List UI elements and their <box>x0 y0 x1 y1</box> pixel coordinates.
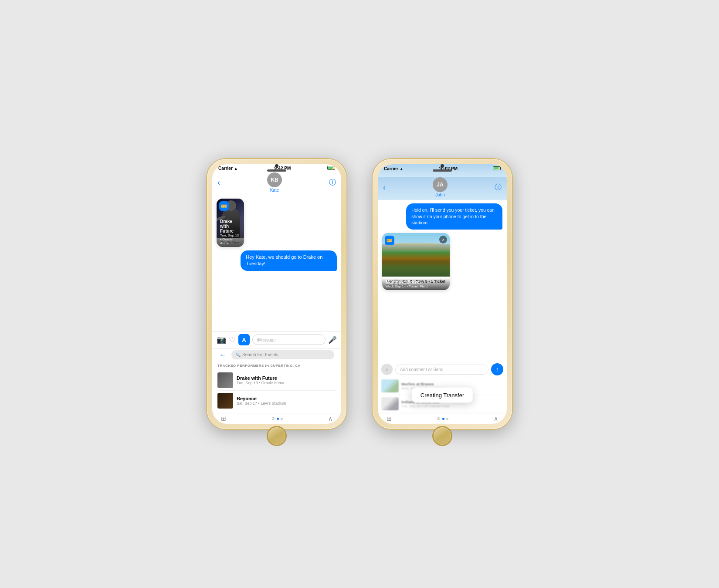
chevron-up-2[interactable]: ∧ <box>494 415 498 422</box>
performer-item-2[interactable]: Beyonce Sat, Sep 17 • Levi's Stadium <box>217 391 336 411</box>
drake-thumb <box>217 372 233 388</box>
braves-card-overlay: Marlins at Braves Wed, Sep 14 • Turner F… <box>382 278 450 290</box>
tracked-section-1: TRACKED PERFORMERS IN CUPERTINO, CA Drak… <box>212 361 341 413</box>
card-app-icon-2: 🎫 <box>385 236 394 245</box>
appstore-icon-1[interactable]: A <box>238 334 250 345</box>
incoming-ticket-wrap: 🎫 × Marlins at Braves Wed, Sep 14 • Turn… <box>382 233 502 290</box>
home-button-area-1 <box>212 424 341 446</box>
phone-top-1 <box>267 156 286 172</box>
bottom-list-area: Marlins at Braves Wed, Sep 13 • Turner F… <box>378 377 507 413</box>
back-button-1[interactable]: ‹ <box>217 178 220 187</box>
ticket-card-braves[interactable]: 🎫 × Marlins at Braves Wed, Sep 14 • Turn… <box>382 233 450 290</box>
beyonce-sub: Sat, Sep 17 • Levi's Stadium <box>237 401 286 406</box>
dot-inactive-1 <box>281 418 283 420</box>
dots-area-2: ⊙ <box>437 416 448 421</box>
clock-icon-1: ⊙ <box>271 416 275 421</box>
beyonce-name: Beyonce <box>237 396 286 401</box>
phone-inner-2: Carrier ▲ 10:02 PM ⚡ <box>378 164 507 424</box>
messages-area-1: 🎫 Drake with Future Tue, Sep 13 • Oracle… <box>212 195 341 331</box>
dot-inactive-2 <box>446 418 448 420</box>
beyonce-info: Beyonce Sat, Sep 17 • Levi's Stadium <box>237 396 286 406</box>
beyonce-thumb <box>217 393 233 409</box>
outgoing-msg-wrap-1: Hey Kate, we should go to Drake on Tuesd… <box>217 250 337 271</box>
messages-area-2: Hold on, I'll send you your ticket, you … <box>378 200 507 362</box>
drake-event-title: Drake with Future <box>220 219 241 233</box>
grid-icon-2[interactable]: ⊞ <box>387 415 392 422</box>
expand-btn-2[interactable]: › <box>381 364 393 375</box>
page-wrapper: Carrier ▲ 9:42 PM ⚡ ‹ <box>207 159 512 429</box>
event-card-drake[interactable]: 🎫 Drake with Future Tue, Sep 13 • Oracle… <box>217 199 244 247</box>
outgoing-bubble-2: Hold on, I'll send you your ticket, you … <box>406 203 502 230</box>
tracked-label-1: TRACKED PERFORMERS IN CUPERTINO, CA <box>217 364 336 368</box>
app-back-1[interactable]: ← <box>219 351 226 359</box>
send-button-2[interactable]: ↑ <box>491 363 503 375</box>
braves-event-sub: Wed, Sep 14 • Turner Field <box>386 284 446 288</box>
dots-area-1: ⊙ <box>271 416 283 421</box>
chevron-up-1[interactable]: ∧ <box>328 415 332 422</box>
battery-icon-1: ⚡ <box>327 166 335 171</box>
bottom-icons-bar-2: ⊞ ⊙ ∧ <box>378 413 507 424</box>
home-button-area-2 <box>378 424 507 446</box>
status-left-1: Carrier ▲ <box>218 166 238 171</box>
back-button-2[interactable]: ‹ <box>383 183 386 192</box>
card-app-icon-1: 🎫 <box>219 201 229 211</box>
phone-1: Carrier ▲ 9:42 PM ⚡ ‹ <box>207 159 346 429</box>
drake-card-overlay: Drake with Future Tue, Sep 13 • Oracle A… <box>217 217 244 247</box>
drake-name: Drake with Future <box>237 375 284 381</box>
phone-2: Carrier ▲ 10:02 PM ⚡ <box>373 159 512 429</box>
drake-event-sub: Tue, Sep 13 • Oracle Arena <box>220 233 241 245</box>
status-right-1: ⚡ <box>327 166 335 171</box>
wifi-icon-1: ▲ <box>234 166 238 171</box>
info-button-2[interactable]: ⓘ <box>495 183 502 192</box>
comment-bar-2: › Add comment or Send ↑ <box>378 362 507 377</box>
input-bar-1: 📷 ♡ A iMessage 🎤 <box>212 331 341 348</box>
status-right-2: ⚡ <box>493 166 501 171</box>
camera-icon-1[interactable]: 📷 <box>217 335 226 345</box>
camera-2 <box>441 164 444 168</box>
contact-header-2: JA John <box>433 177 448 197</box>
carrier-1: Carrier <box>218 166 233 171</box>
outgoing-msg-wrap-2: Hold on, I'll send you your ticket, you … <box>382 203 502 230</box>
grid-icon-1[interactable]: ⊞ <box>221 415 226 422</box>
contact-name-2[interactable]: John <box>435 193 445 197</box>
imessage-input-1[interactable]: iMessage <box>252 335 326 345</box>
contact-name-1[interactable]: Kate <box>270 188 279 193</box>
braves-event-title: Marlins at Braves <box>386 280 446 284</box>
avatar-2: JA <box>433 177 448 192</box>
home-button-1[interactable] <box>268 427 285 445</box>
clock-icon-2: ⊙ <box>437 416 441 421</box>
mic-icon-1[interactable]: 🎤 <box>328 336 337 344</box>
outgoing-bubble-1: Hey Kate, we should go to Drake on Tuesd… <box>241 250 337 271</box>
nav-bar-1: ‹ KB Kate ⓘ <box>212 172 341 195</box>
bottom-icons-bar-1: ⊞ ⊙ ∧ <box>212 413 341 424</box>
drake-sub: Tue, Sep 13 • Oracle Arena <box>237 381 284 385</box>
creating-transfer-overlay: Creating Transfer <box>412 388 473 403</box>
battery-icon-2: ⚡ <box>493 166 501 171</box>
status-left-2: Carrier ▲ <box>384 166 404 171</box>
heart-icon-1[interactable]: ♡ <box>229 335 236 345</box>
home-button-2[interactable] <box>434 427 451 445</box>
blurred-thumb-2 <box>381 397 399 410</box>
search-icon-1: 🔍 <box>236 353 241 357</box>
phone-inner-1: Carrier ▲ 9:42 PM ⚡ ‹ <box>212 164 341 424</box>
contact-header-1: KB Kate <box>267 172 282 193</box>
avatar-1: KB <box>267 172 282 187</box>
dot-active-1 <box>277 418 279 420</box>
phone-top-2 <box>433 156 452 172</box>
app-bar-1: ← 🔍 Search For Events <box>212 348 341 361</box>
incoming-card-wrap: 🎫 Drake with Future Tue, Sep 13 • Oracle… <box>217 199 337 247</box>
search-bar-1[interactable]: 🔍 Search For Events <box>231 350 334 359</box>
carrier-2: Carrier <box>384 166 398 171</box>
speaker-1 <box>267 169 286 172</box>
dot-active-2 <box>442 418 444 420</box>
comment-input-2[interactable]: Add comment or Send <box>395 365 488 375</box>
camera-1 <box>275 164 278 168</box>
blurred-thumb-1 <box>381 379 399 392</box>
drake-info: Drake with Future Tue, Sep 13 • Oracle A… <box>237 375 284 385</box>
wifi-icon-2: ▲ <box>400 167 404 171</box>
nav-bar-2: ‹ JA John ⓘ <box>378 177 507 200</box>
speaker-2 <box>433 169 452 172</box>
info-button-1[interactable]: ⓘ <box>329 178 336 187</box>
performer-item-1[interactable]: Drake with Future Tue, Sep 13 • Oracle A… <box>217 370 336 391</box>
